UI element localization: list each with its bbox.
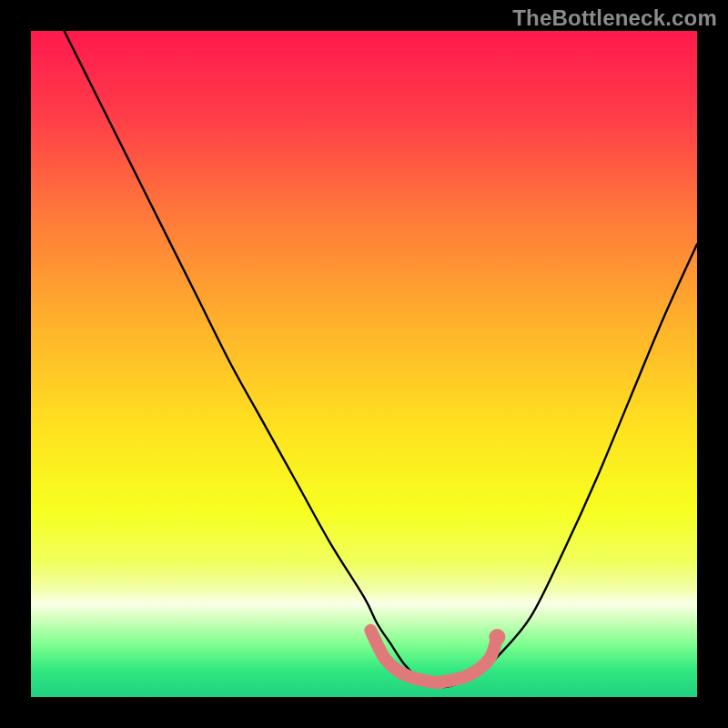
optimal-range-curve (370, 631, 497, 682)
bottleneck-curve (65, 31, 697, 687)
optimal-point-marker (489, 629, 505, 645)
chart-svg (31, 31, 697, 697)
chart-frame: TheBottleneck.com (0, 0, 728, 728)
watermark-text: TheBottleneck.com (512, 5, 717, 31)
plot-area (31, 31, 697, 697)
